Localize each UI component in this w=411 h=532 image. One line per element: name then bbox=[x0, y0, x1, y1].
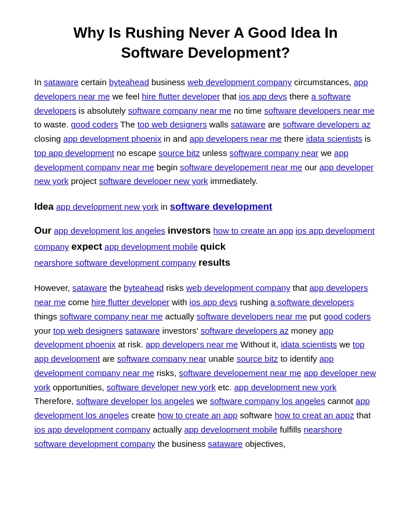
link-software-devs-az-2[interactable]: software developers az bbox=[200, 326, 288, 335]
page-title: Why Is Rushing Never A Good Idea In Soft… bbox=[34, 23, 377, 63]
link-app-devs-near-me-2[interactable]: app developers near me bbox=[190, 134, 282, 143]
investors-label: investors bbox=[168, 225, 211, 236]
link-software-dev-la-1[interactable]: software developer los angeles bbox=[76, 396, 194, 406]
link-good-coders-1[interactable]: good coders bbox=[71, 119, 118, 129]
link-hire-flutter-1[interactable]: hire flutter developer bbox=[142, 91, 220, 101]
quick-label: quick bbox=[200, 241, 225, 252]
link-ios-app-dev-company-2[interactable]: ios app development company bbox=[34, 425, 150, 434]
our-label: Our bbox=[34, 225, 51, 236]
link-web-dev-company-1[interactable]: web development company bbox=[188, 77, 292, 87]
link-software-devs-near-me-1[interactable]: software developers near me bbox=[264, 106, 374, 115]
link-nearshore-1[interactable]: nearshore software development company bbox=[34, 258, 196, 267]
link-top-app-dev-1[interactable]: top app development bbox=[34, 148, 114, 158]
link-sataware-3[interactable]: sataware bbox=[72, 283, 107, 293]
link-software-company-near-1[interactable]: software company near bbox=[229, 148, 319, 158]
link-how-to-create-app-1[interactable]: how to create an app bbox=[213, 226, 293, 235]
link-source-bitz-1[interactable]: source bitz bbox=[159, 148, 200, 158]
link-sataware-1[interactable]: sataware bbox=[44, 77, 79, 87]
link-ios-app-devs-2[interactable]: ios app devs bbox=[190, 297, 237, 307]
link-app-dev-new-york-4[interactable]: app development new york bbox=[234, 382, 336, 392]
link-idata-scientists-2[interactable]: idata scientists bbox=[281, 339, 337, 349]
link-good-coders-2[interactable]: good coders bbox=[324, 311, 371, 321]
expect-label: expect bbox=[71, 241, 102, 252]
link-top-web-designers-2[interactable]: top web designers bbox=[53, 326, 123, 335]
link-app-dev-mobile-1[interactable]: app development mobile bbox=[104, 242, 198, 251]
link-software-company-near-me-1[interactable]: software company near me bbox=[128, 106, 231, 115]
link-software-company-near-me-2[interactable]: software company near me bbox=[59, 311, 163, 321]
link-software-developement-near-me-1[interactable]: software developement near me bbox=[180, 162, 302, 172]
idea-in: in bbox=[161, 202, 168, 211]
link-hire-flutter-2[interactable]: hire flutter developer bbox=[91, 297, 170, 307]
link-software-devs-az-1[interactable]: software developers az bbox=[283, 119, 370, 129]
link-software-dev-new-york-2[interactable]: software developer new york bbox=[107, 382, 216, 392]
idea-line: Idea app development new york in softwar… bbox=[34, 199, 377, 215]
link-software-company-near-2[interactable]: software company near bbox=[117, 354, 206, 363]
our-line: Our app development los angeles investor… bbox=[34, 223, 377, 271]
link-a-software-devs-2[interactable]: a software developers bbox=[271, 297, 354, 307]
idea-label: Idea bbox=[34, 201, 54, 212]
results-label: results bbox=[199, 257, 231, 268]
link-idata-scientists-1[interactable]: idata scientists bbox=[306, 134, 362, 143]
link-sataware-5[interactable]: sataware bbox=[208, 439, 243, 449]
link-app-dev-phoenix-1[interactable]: app development phoenix bbox=[63, 134, 162, 143]
paragraph-2: However, sataware the byteahead risks we… bbox=[34, 281, 377, 451]
link-source-bitz-2[interactable]: source bitz bbox=[236, 354, 278, 363]
link-app-dev-la-1[interactable]: app development los angeles bbox=[54, 226, 165, 235]
link-sataware-4[interactable]: sataware bbox=[125, 326, 160, 335]
link-how-to-creat-appz-1[interactable]: how to creat an appz bbox=[275, 410, 354, 420]
link-software-dev-new-york-1[interactable]: software developer new york bbox=[99, 176, 208, 186]
paragraph-1: In sataware certain byteahead business w… bbox=[34, 75, 377, 189]
link-app-devs-near-me-4[interactable]: app developers near me bbox=[146, 339, 238, 349]
link-how-to-create-app-2[interactable]: how to create an app bbox=[158, 410, 237, 420]
link-software-devs-near-me-2[interactable]: software developers near me bbox=[196, 311, 307, 321]
link-sataware-2[interactable]: sataware bbox=[231, 119, 265, 129]
link-software-development-bold[interactable]: software development bbox=[170, 201, 273, 212]
link-top-web-designers-1[interactable]: top web designers bbox=[138, 119, 207, 129]
link-software-company-la-1[interactable]: software company los angeles bbox=[210, 396, 325, 406]
link-app-dev-new-york-2[interactable]: app development new york bbox=[56, 202, 158, 211]
link-app-dev-mobile-2[interactable]: app development mobile bbox=[184, 425, 277, 434]
link-byteahead-1[interactable]: byteahead bbox=[109, 77, 149, 87]
link-ios-app-devs-1[interactable]: ios app devs bbox=[239, 91, 287, 101]
link-software-developement-near-me-2[interactable]: software developement near me bbox=[179, 368, 301, 378]
link-web-dev-company-2[interactable]: web development company bbox=[186, 283, 291, 293]
link-byteahead-2[interactable]: byteahead bbox=[124, 283, 164, 293]
